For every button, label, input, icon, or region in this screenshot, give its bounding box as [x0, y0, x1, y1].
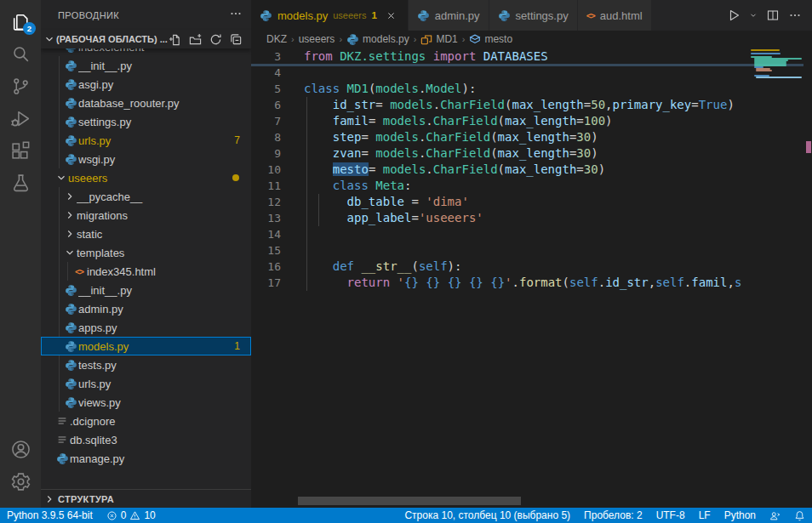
- python-file-icon: [63, 359, 78, 372]
- code-line-10[interactable]: 10 mesto= models.CharField(max_length=30…: [251, 162, 749, 178]
- code-line-9[interactable]: 9 zvan= models.CharField(max_length=30): [251, 145, 749, 162]
- tree-file-manage-py[interactable]: manage.py: [41, 449, 251, 468]
- code-line-5[interactable]: 5class MD1(models.Model):: [251, 81, 749, 97]
- tree-file-index345-html[interactable]: <>index345.html: [41, 262, 251, 281]
- tree-file-urls-py[interactable]: urls.py7: [41, 131, 251, 150]
- status-eol[interactable]: LF: [692, 508, 718, 523]
- python-file-icon: [63, 321, 78, 334]
- tree-file--init-py[interactable]: __init__.py: [41, 56, 251, 75]
- problems-badge: 7: [234, 134, 251, 146]
- bell-icon: [794, 510, 805, 521]
- code-line-7[interactable]: 7 famil= models.CharField(max_length=100…: [251, 113, 749, 129]
- status-cursor-position[interactable]: Строка 10, столбец 10 (выбрано 5): [397, 508, 577, 523]
- tab-label: settings.py: [516, 9, 569, 22]
- tab-settings-py[interactable]: settings.py: [489, 0, 578, 31]
- status-encoding[interactable]: UTF-8: [649, 508, 692, 523]
- workspace-section-header[interactable]: (РАБОЧАЯ ОБЛАСТЬ) ...: [41, 30, 251, 48]
- collapse-all-icon[interactable]: [229, 32, 243, 46]
- more-actions-icon[interactable]: [229, 7, 243, 24]
- new-file-icon[interactable]: [168, 32, 181, 46]
- chevron-down-icon: [43, 32, 56, 46]
- activity-account-icon[interactable]: [0, 433, 41, 465]
- activity-search-icon[interactable]: [0, 37, 41, 70]
- code-editor[interactable]: 3from DKZ.settings import DATABASES45cla…: [251, 48, 812, 508]
- python-file-icon: [63, 134, 78, 147]
- horizontal-scrollbar[interactable]: [298, 497, 521, 505]
- code-line-4[interactable]: 4: [251, 65, 749, 81]
- code-line-12[interactable]: 12 db_table = 'dima': [251, 194, 749, 210]
- tab-models-py[interactable]: models.pyuseeers1: [251, 0, 409, 31]
- code-line-15[interactable]: 15: [251, 242, 749, 259]
- breadcrumb-item-md1[interactable]: MD1: [420, 33, 457, 45]
- tree-file-db-sqlite3[interactable]: db.sqlite3: [41, 430, 251, 449]
- tree-file-asgi-py[interactable]: asgi.py: [41, 75, 251, 94]
- tree-file-models-py[interactable]: models.py1: [41, 337, 251, 355]
- tree-file-urls-py[interactable]: urls.py: [41, 374, 251, 393]
- tree-folder-static[interactable]: static: [41, 225, 251, 243]
- activity-badge: 2: [23, 22, 36, 35]
- status-notifications[interactable]: [787, 508, 812, 523]
- tree-file-admin-py[interactable]: admin.py: [41, 299, 251, 318]
- tree-file-apps-py[interactable]: apps.py: [41, 318, 251, 337]
- tab-label: models.py: [277, 9, 328, 22]
- activity-run-debug-icon[interactable]: [0, 102, 41, 134]
- status-language-mode[interactable]: Python: [718, 508, 763, 523]
- new-folder-icon[interactable]: [188, 32, 202, 46]
- breadcrumb-item-mesto[interactable]: mesto: [469, 33, 512, 45]
- minimap[interactable]: [749, 48, 803, 508]
- code-line-3[interactable]: 3from DKZ.settings import DATABASES: [251, 48, 749, 65]
- code-line-14[interactable]: 14: [251, 226, 749, 242]
- code-line-16[interactable]: 16 def __str__(self):: [251, 259, 749, 275]
- breadcrumb-item-models-py[interactable]: models.py: [346, 33, 409, 46]
- run-dropdown-icon[interactable]: [749, 11, 758, 20]
- tree-file--init-py[interactable]: __init__.py: [41, 281, 251, 299]
- tree-folder-migrations[interactable]: migrations: [41, 206, 251, 225]
- tree-item-label: models.py: [78, 340, 234, 353]
- refresh-icon[interactable]: [209, 32, 222, 46]
- status-feedback[interactable]: [763, 508, 787, 523]
- status-label: Пробелов: 2: [584, 509, 643, 521]
- breadcrumb-label: models.py: [363, 33, 409, 45]
- code-content[interactable]: 3from DKZ.settings import DATABASES45cla…: [251, 48, 749, 291]
- tree-item-label: db.sqlite3: [70, 434, 251, 446]
- tree-folder-templates[interactable]: templates: [41, 243, 251, 262]
- code-line-8[interactable]: 8 step= models.CharField(max_length=30): [251, 129, 749, 145]
- tree-file-views-py[interactable]: views.py: [41, 393, 251, 412]
- tree-file-wsgi-py[interactable]: wsgi.py: [41, 150, 251, 168]
- outline-section-header[interactable]: СТРУКТУРА: [41, 489, 251, 508]
- python-interpreter-status[interactable]: Python 3.9.5 64-bit: [0, 508, 100, 523]
- problems-status[interactable]: 010: [100, 508, 163, 523]
- chevron-down-icon: [63, 247, 77, 259]
- tree-file--dcignore[interactable]: .dcignore: [41, 412, 251, 430]
- close-icon[interactable]: [384, 8, 399, 23]
- python-file-icon: [63, 153, 78, 166]
- code-line-content: mesto= models.CharField(max_length=30): [304, 162, 605, 178]
- tree-file-database-roouter-py[interactable]: database_roouter.py: [41, 94, 251, 112]
- chevron-right-icon: [41, 493, 58, 505]
- activity-explorer-icon[interactable]: 2: [0, 5, 41, 37]
- activity-source-control-icon[interactable]: [0, 70, 41, 102]
- tab-admin-py[interactable]: admin.py: [409, 0, 489, 31]
- code-line-17[interactable]: 17 return '{} {} {} {} {}'.format(self.i…: [251, 275, 749, 291]
- tree-folder--pycache-[interactable]: __pycache__: [41, 187, 251, 206]
- status-indentation[interactable]: Пробелов: 2: [577, 508, 649, 523]
- activity-testing-icon[interactable]: [0, 167, 41, 199]
- code-line-content: zvan= models.CharField(max_length=30): [304, 145, 598, 162]
- tree-folder-useeers[interactable]: useeers: [41, 168, 251, 187]
- line-number: 11: [251, 178, 295, 194]
- activity-extensions-icon[interactable]: [0, 134, 41, 167]
- run-button[interactable]: [727, 9, 741, 22]
- code-line-13[interactable]: 13 app_label='useeers': [251, 210, 749, 226]
- code-line-6[interactable]: 6 id_str= models.CharField(max_length=50…: [251, 97, 749, 113]
- tab-aud-html[interactable]: <>aud.html: [578, 0, 652, 31]
- breadcrumb-item-dkz[interactable]: DKZ: [266, 33, 287, 45]
- activity-settings-icon[interactable]: [0, 465, 41, 497]
- breadcrumb-item-useeers[interactable]: useeers: [299, 33, 335, 45]
- vscode-window: 2 ПРОВОДНИК indexelement__init__.pyasgi.…: [0, 0, 812, 523]
- tree-file-tests-py[interactable]: tests.py: [41, 355, 251, 374]
- split-editor-icon[interactable]: [766, 9, 780, 22]
- code-line-11[interactable]: 11 class Meta:: [251, 178, 749, 194]
- tree-file-settings-py[interactable]: settings.py: [41, 112, 251, 131]
- more-actions-icon[interactable]: [788, 9, 802, 22]
- status-label: Строка 10, столбец 10 (выбрано 5): [404, 509, 570, 521]
